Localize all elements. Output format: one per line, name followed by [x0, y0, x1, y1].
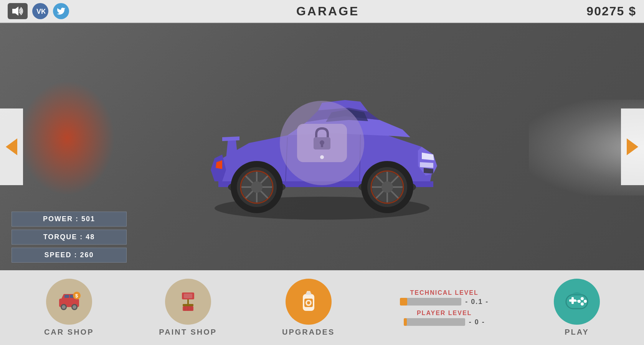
technical-level-value: - 0.1 - — [465, 298, 489, 306]
upgrades-label: UPGRADES — [282, 328, 335, 337]
right-arrow-icon — [627, 138, 638, 155]
vk-button[interactable]: VK — [32, 3, 48, 19]
header: VK GARAGE 90275 $ — [0, 0, 644, 23]
svg-rect-38 — [183, 304, 193, 306]
levels-section: TECHNICAL LEVEL - 0.1 - PLAYER LEVEL - 0… — [400, 289, 489, 326]
play-nav-item[interactable]: PLAY — [554, 279, 600, 337]
power-stat: POWER : 501 — [12, 212, 127, 227]
svg-point-58 — [581, 302, 584, 306]
svg-rect-61 — [577, 300, 580, 302]
sound-icon — [12, 6, 24, 16]
svg-text:VK: VK — [36, 8, 45, 15]
header-left: VK — [8, 3, 69, 19]
currency-display: 90275 $ — [586, 4, 636, 18]
paint-shop-icon — [174, 288, 202, 315]
upgrades-icon-circle — [286, 279, 332, 325]
svg-marker-0 — [12, 7, 18, 16]
svg-rect-55 — [571, 297, 574, 304]
car-shop-icon-circle: $ — [46, 279, 92, 325]
play-icon-circle — [554, 279, 600, 325]
player-level-bar-row: - 0 - — [404, 318, 485, 326]
prev-car-button[interactable] — [0, 108, 23, 185]
twitter-icon — [56, 7, 66, 16]
technical-level-bar-fill — [400, 298, 407, 306]
player-level-bar-fill — [404, 318, 407, 326]
technical-level-bar-row: - 0.1 - — [400, 298, 489, 306]
svg-point-57 — [584, 300, 587, 303]
svg-point-20 — [381, 181, 393, 193]
svg-point-56 — [581, 297, 584, 300]
bottom-bar: $ CAR SHOP PAINT SHO — [0, 270, 644, 345]
car-shop-label: CAR SHOP — [44, 328, 94, 337]
svg-text:$: $ — [75, 293, 78, 299]
svg-point-30 — [62, 305, 66, 309]
technical-level-bar-container — [400, 298, 461, 306]
player-level-title: PLAYER LEVEL — [417, 310, 472, 317]
technical-level-title: TECHNICAL LEVEL — [410, 289, 479, 296]
left-arrow-icon — [6, 138, 17, 155]
speed-stat: SPEED : 260 — [12, 248, 127, 263]
play-icon — [563, 288, 591, 315]
tail-light-glow — [19, 80, 115, 196]
garage-area: POWER : 501 TORQUE : 48 SPEED : 260 — [0, 23, 644, 270]
svg-point-12 — [251, 181, 263, 193]
sound-button[interactable] — [8, 3, 28, 19]
lock-box — [297, 124, 347, 162]
twitter-button[interactable] — [53, 3, 69, 19]
lock-dot — [320, 155, 324, 159]
svg-point-50 — [307, 301, 310, 304]
torque-stat: TORQUE : 48 — [12, 230, 127, 245]
car-display — [149, 47, 495, 239]
play-label: PLAY — [565, 328, 589, 337]
svg-rect-60 — [575, 300, 577, 302]
svg-point-32 — [73, 305, 76, 309]
svg-rect-27 — [64, 295, 69, 298]
car-shop-nav-item[interactable]: $ CAR SHOP — [44, 279, 94, 337]
paint-shop-nav-item[interactable]: PAINT SHOP — [159, 279, 217, 337]
svg-rect-51 — [306, 292, 311, 295]
svg-rect-25 — [321, 143, 323, 147]
svg-rect-36 — [184, 294, 192, 298]
upgrades-nav-item[interactable]: UPGRADES — [282, 279, 335, 337]
stats-panel: POWER : 501 TORQUE : 48 SPEED : 260 — [12, 212, 127, 263]
paint-shop-label: PAINT SHOP — [159, 328, 217, 337]
next-car-button[interactable] — [621, 108, 644, 185]
car-shop-icon: $ — [55, 290, 83, 313]
player-level-bar-container — [404, 318, 465, 326]
lock-overlay — [280, 101, 364, 185]
paint-shop-icon-circle — [165, 279, 211, 325]
technical-level-group: TECHNICAL LEVEL - 0.1 - — [400, 289, 489, 306]
page-title: GARAGE — [296, 4, 359, 18]
lock-icon — [310, 127, 334, 151]
player-level-group: PLAYER LEVEL - 0 - — [404, 310, 485, 326]
player-level-value: - 0 - — [469, 318, 485, 326]
upgrades-icon — [295, 288, 322, 315]
vk-icon: VK — [35, 6, 45, 16]
